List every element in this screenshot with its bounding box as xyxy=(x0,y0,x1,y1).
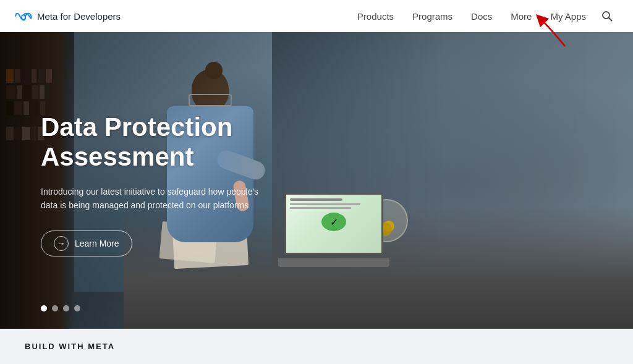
svg-point-0 xyxy=(22,15,25,20)
bottom-section: BUILD WITH META xyxy=(0,329,633,364)
nav-item-myapps[interactable]: My Apps xyxy=(542,0,595,32)
nav-item-products[interactable]: Products xyxy=(349,0,402,32)
meta-logo-icon xyxy=(15,11,32,21)
nav-item-programs[interactable]: Programs xyxy=(404,0,461,32)
nav-links: Products Programs Docs More My Apps xyxy=(349,0,618,32)
logo-text: Meta for Developers xyxy=(37,11,121,22)
hero-title: Data Protection Assessment xyxy=(41,112,300,172)
build-with-meta-title: BUILD WITH META xyxy=(25,342,115,351)
hero-content: Data Protection Assessment Introducing o… xyxy=(41,112,300,256)
learn-more-button[interactable]: → Learn More xyxy=(41,231,132,256)
laptop-base xyxy=(278,258,389,267)
hero-section: ✓ Data Protection Assessment Introducing… xyxy=(0,32,633,329)
dot-2[interactable] xyxy=(52,305,58,311)
cta-arrow-icon: → xyxy=(54,236,69,251)
carousel-dots xyxy=(41,305,80,311)
search-button[interactable] xyxy=(596,5,618,27)
dot-3[interactable] xyxy=(63,305,69,311)
search-icon xyxy=(601,11,613,22)
svg-line-2 xyxy=(609,18,612,21)
cta-label: Learn More xyxy=(75,239,119,248)
navbar: Meta for Developers Products Programs Do… xyxy=(0,0,633,32)
dot-4[interactable] xyxy=(74,305,80,311)
nav-item-more[interactable]: More xyxy=(502,0,540,32)
hero-subtitle: Introducing our latest initiative to saf… xyxy=(41,185,276,213)
dot-1[interactable] xyxy=(41,305,47,311)
site-logo[interactable]: Meta for Developers xyxy=(15,11,121,22)
hero-laptop: ✓ xyxy=(284,193,396,267)
nav-item-docs[interactable]: Docs xyxy=(462,0,501,32)
